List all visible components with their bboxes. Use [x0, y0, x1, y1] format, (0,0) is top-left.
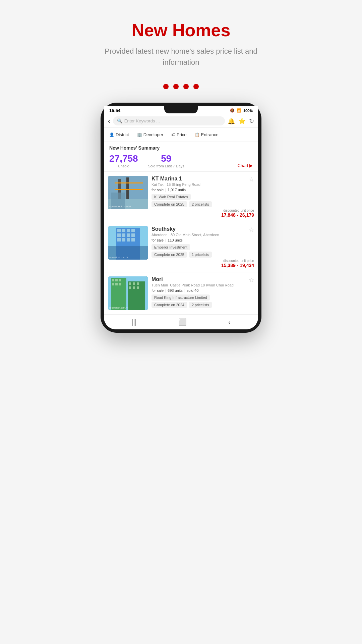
svg-rect-26	[112, 279, 114, 281]
svg-text:squarefoot.com.hk: squarefoot.com.hk	[109, 256, 128, 259]
svg-rect-17	[117, 238, 121, 241]
listing-address-3: Tuen Mun Castle Peak Road 18 Kwun Chui R…	[152, 283, 254, 287]
tab-district[interactable]: 👤 District	[106, 130, 132, 139]
svg-rect-28	[119, 279, 121, 281]
notification-icon[interactable]: 🔔	[228, 117, 235, 125]
price-label-1: discounted unit price	[152, 209, 254, 212]
listing-tags2-2: Complete on 2025 1 pricelists	[152, 252, 254, 258]
page-header: New Homes Provided latest new home's sal…	[94, 20, 268, 68]
watermark-1: squarefoot.com.hk	[109, 205, 131, 208]
svg-rect-15	[127, 233, 130, 237]
listing-tags2-3: Complete on 2024 2 pricelists	[152, 302, 254, 308]
battery-label: 100%	[243, 109, 253, 113]
svg-rect-25	[128, 281, 145, 310]
unsold-label: Unsold	[109, 164, 138, 168]
tab-entrance-label: Entrance	[201, 132, 219, 137]
bottom-nav: ||| ⬜ ‹	[104, 314, 258, 329]
svg-rect-32	[129, 282, 131, 285]
search-bar: ‹ 🔍 Enter Keywords ... 🔔 ⭐ ↻	[104, 114, 258, 128]
svg-rect-24	[111, 278, 126, 310]
svg-rect-10	[122, 229, 125, 232]
svg-rect-9	[117, 229, 121, 232]
tab-entrance[interactable]: 📋 Entrance	[191, 130, 222, 139]
chart-link[interactable]: Chart ▶	[238, 163, 253, 168]
unsold-number: 27,758	[109, 153, 138, 164]
listing-tags2-1: Complete on 2025 2 pricelists	[152, 201, 254, 207]
dot-2[interactable]	[173, 84, 179, 89]
listing-tags-3: Road King Infrastructure Limited	[152, 294, 254, 301]
svg-rect-11	[127, 229, 130, 232]
svg-rect-31	[119, 283, 121, 285]
tab-developer[interactable]: 🏢 Developer	[134, 130, 167, 139]
listing-tags-1: K. Wah Real Estates	[152, 194, 254, 200]
nav-home-icon[interactable]: ⬜	[178, 318, 187, 326]
dot-3[interactable]	[183, 84, 189, 89]
listing-image-3: squarefoot.com.hk	[108, 276, 148, 310]
price-row-1: discounted unit price 17,848 - 26,179	[152, 209, 254, 218]
svg-text:squarefoot.com.hk: squarefoot.com.hk	[109, 307, 128, 309]
dot-1[interactable]	[163, 84, 169, 89]
search-icon: 🔍	[117, 118, 122, 123]
favorite-icon-2[interactable]: ☆	[249, 226, 254, 233]
svg-rect-36	[133, 286, 135, 289]
tab-price[interactable]: 🏷 Price	[168, 130, 190, 139]
svg-rect-33	[133, 282, 135, 285]
phone-frame: 15:54 🔕 📶 100% ‹ 🔍 Enter Keywords ... 🔔 …	[101, 103, 261, 333]
listing-image-placeholder-1: squarefoot.com.hk	[108, 176, 148, 209]
favorite-icon-1[interactable]: ☆	[249, 176, 254, 183]
listing-address-2: Aberdeen 80 Old Main Street, Aberdeen	[152, 233, 254, 237]
listing-name-2: Southsky	[152, 226, 254, 232]
listing-image-placeholder-2: squarefoot.com.hk	[108, 226, 148, 260]
listing-image-placeholder-3: squarefoot.com.hk	[108, 276, 148, 310]
price-value-2: 15,389 - 19,434	[152, 263, 254, 268]
favorite-icon-3[interactable]: ☆	[249, 276, 254, 284]
svg-rect-20	[131, 238, 135, 241]
listing-info-1: KT Marina 1 Kai Tak 15 Shing Feng Road f…	[152, 176, 254, 218]
svg-rect-37	[137, 286, 139, 289]
listing-tags-2: Emperor Investment	[152, 244, 254, 250]
bookmark-icon[interactable]: ⭐	[238, 117, 246, 125]
unsold-stat: 27,758 Unsold	[109, 153, 138, 168]
nav-menu-icon[interactable]: |||	[131, 318, 137, 326]
svg-rect-29	[112, 283, 114, 285]
back-button[interactable]: ‹	[108, 117, 110, 125]
listing-name-3: Mori	[152, 276, 254, 282]
nav-back-icon[interactable]: ‹	[228, 318, 231, 326]
listing-sale-info-2: for sale | 110 units	[152, 238, 254, 242]
svg-rect-13	[117, 233, 121, 237]
dot-4[interactable]	[193, 84, 199, 89]
wifi-icon: 📶	[237, 108, 241, 113]
svg-rect-19	[127, 238, 130, 241]
price-icon: 🏷	[171, 132, 175, 137]
refresh-icon[interactable]: ↻	[249, 117, 254, 125]
page-subtitle: Provided latest new home's sales price l…	[94, 46, 268, 68]
pricelist-tag-1: 2 pricelists	[189, 201, 212, 207]
pricelist-tag-2: 1 pricelists	[189, 252, 212, 258]
developer-tag-1: K. Wah Real Estates	[152, 194, 191, 200]
sold-number: 59	[148, 153, 184, 164]
listing-sale-info-1: for sale | 1,017 untis	[152, 188, 254, 192]
listings-container: squarefoot.com.hk KT Marina 1 Kai Tak 15…	[104, 172, 258, 314]
svg-rect-18	[122, 238, 125, 241]
summary-section: New Homes' Summary 27,758 Unsold 59 Sold…	[104, 142, 258, 172]
svg-rect-12	[131, 229, 135, 232]
entrance-icon: 📋	[195, 132, 200, 137]
listing-sale-info-3: for sale | 693 units | sold 40	[152, 288, 254, 292]
search-input-wrap[interactable]: 🔍 Enter Keywords ...	[113, 116, 225, 125]
price-row-2: discounted unit price 15,389 - 19,434	[152, 259, 254, 268]
developer-tag-3: Road King Infrastructure Limited	[152, 294, 210, 301]
svg-rect-14	[122, 233, 125, 237]
listing-card-2: squarefoot.com.hk Southsky Aberdeen 80 O…	[104, 222, 258, 272]
complete-tag-2: Complete on 2025	[152, 252, 187, 258]
svg-rect-16	[131, 233, 135, 237]
svg-rect-3	[115, 189, 143, 190]
tab-district-label: District	[116, 132, 129, 137]
search-input[interactable]: Enter Keywords ...	[124, 118, 160, 123]
summary-title: New Homes' Summary	[109, 145, 253, 151]
tab-price-label: Price	[177, 132, 187, 137]
listing-info-3: Mori Tuen Mun Castle Peak Road 18 Kwun C…	[152, 276, 254, 309]
developer-icon: 🏢	[137, 132, 142, 137]
summary-stats: 27,758 Unsold 59 Sold from Last 7 Days	[109, 153, 184, 168]
silent-icon: 🔕	[230, 108, 235, 113]
listing-image-1: squarefoot.com.hk	[108, 176, 148, 209]
